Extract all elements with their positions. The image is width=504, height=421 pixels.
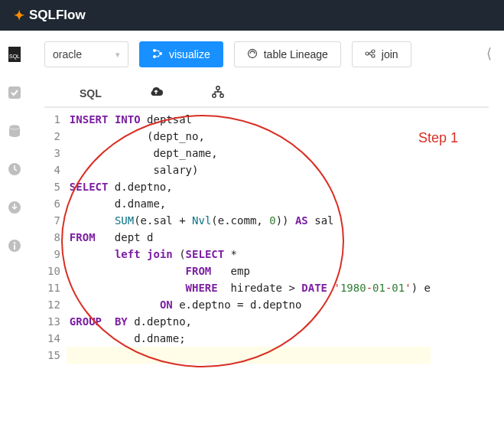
- svg-rect-2: [8, 86, 21, 99]
- editor-gutter: 123456789101112131415: [44, 108, 67, 367]
- tab-sql[interactable]: SQL: [80, 87, 102, 100]
- collapse-panel-button[interactable]: ⟨: [478, 41, 499, 66]
- dialect-select[interactable]: oracle ▾: [44, 41, 128, 67]
- table-lineage-label: table Lineage: [264, 48, 328, 60]
- svg-point-8: [13, 242, 15, 243]
- svg-point-16: [372, 54, 375, 57]
- sql-file-icon[interactable]: SQL: [6, 46, 23, 63]
- table-lineage-button[interactable]: table Lineage: [234, 41, 341, 67]
- toolbar: oracle ▾ visualize table Lineage join: [44, 41, 489, 67]
- chevron-down-icon: ▾: [115, 50, 120, 60]
- svg-point-18: [213, 94, 216, 97]
- code-line: SUM(e.sal + Nvl(e.comm, 0)) AS sal: [70, 212, 431, 229]
- left-rail: SQL: [0, 31, 29, 421]
- tab-sql-label: SQL: [80, 87, 102, 100]
- code-line: SELECT d.deptno,: [70, 178, 431, 195]
- svg-text:SQL: SQL: [8, 54, 19, 60]
- branch-icon: [152, 48, 163, 61]
- code-line: [70, 347, 431, 364]
- code-line: ON e.deptno = d.deptno: [70, 296, 431, 313]
- visualize-label: visualize: [169, 48, 210, 60]
- code-line: dept_name,: [70, 145, 431, 162]
- svg-point-11: [153, 55, 156, 58]
- editor-code[interactable]: INSERT INTO deptsal (dept_no, dept_name,…: [67, 108, 431, 367]
- svg-point-10: [153, 49, 156, 52]
- download-icon[interactable]: [6, 199, 23, 216]
- tab-tree[interactable]: [210, 85, 226, 101]
- join-icon: [365, 48, 376, 61]
- svg-point-17: [216, 86, 219, 90]
- sql-editor[interactable]: 123456789101112131415 INSERT INTO deptsa…: [44, 107, 489, 367]
- lineage-icon: [247, 48, 258, 61]
- code-line: WHERE hiredate > DATE '1980-01-01') e: [70, 279, 431, 296]
- code-line: left join (SELECT *: [70, 246, 431, 263]
- svg-point-12: [159, 52, 162, 55]
- svg-point-15: [372, 50, 375, 53]
- content: oracle ▾ visualize table Lineage join ⟨ …: [29, 31, 504, 421]
- cloud-upload-icon: [148, 85, 164, 101]
- svg-point-14: [366, 52, 369, 55]
- join-button[interactable]: join: [352, 41, 411, 67]
- code-line: d.dname,: [70, 195, 431, 212]
- visualize-button[interactable]: visualize: [139, 41, 223, 67]
- logo: ✦ SQLFlow: [14, 8, 86, 24]
- code-line: FROM emp: [70, 263, 431, 279]
- svg-point-13: [248, 49, 256, 57]
- app-name: SQLFlow: [29, 8, 86, 23]
- tab-cloud[interactable]: [148, 85, 164, 101]
- logo-mark-icon: ✦: [14, 8, 24, 24]
- code-line: (dept_no,: [70, 128, 431, 145]
- app-header: ✦ SQLFlow: [0, 0, 504, 31]
- tree-icon: [210, 85, 226, 101]
- svg-point-19: [220, 94, 223, 97]
- code-line: FROM dept d: [70, 229, 431, 246]
- main: SQL oracle ▾ visualize: [0, 31, 504, 421]
- info-icon[interactable]: [6, 237, 23, 254]
- code-line: GROUP BY d.deptno,: [70, 313, 431, 330]
- clock-icon[interactable]: [6, 161, 23, 178]
- database-icon[interactable]: [6, 122, 23, 139]
- code-line: salary): [70, 162, 431, 178]
- code-line: d.dname;: [70, 330, 431, 347]
- check-icon[interactable]: [6, 84, 23, 101]
- svg-rect-9: [14, 245, 15, 250]
- editor-tabbar: SQL: [44, 80, 489, 107]
- dialect-value: oracle: [53, 48, 82, 60]
- join-label: join: [382, 48, 398, 60]
- code-line: INSERT INTO deptsal: [70, 111, 431, 128]
